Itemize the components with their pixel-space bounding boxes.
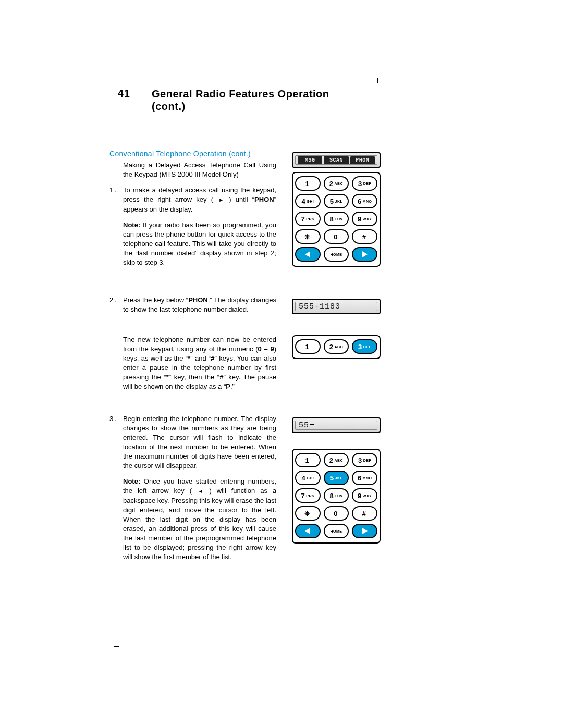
key-7: 7PRS xyxy=(295,212,321,226)
key-hash: # xyxy=(352,506,377,521)
key-0: 0 xyxy=(324,229,349,244)
page-header: 41 General Radio Features Operation (con… xyxy=(109,88,454,113)
key-8: 8TUV xyxy=(324,488,349,503)
figure-keypad-2: 555-1183 1 2ABC 3DEF xyxy=(292,295,381,359)
lcd-tab-phon: PHON xyxy=(350,156,375,164)
page-content: 41 General Radio Features Operation (con… xyxy=(109,88,454,583)
key-7: 7PRS xyxy=(295,488,321,503)
key-star: ✳ xyxy=(295,229,321,244)
key-star: ✳ xyxy=(295,506,321,521)
key-5: 5JKL xyxy=(324,194,349,208)
key-left-arrow xyxy=(295,247,321,262)
figure-keypad-3: 55 1 2ABC 3DEF 4GHI 5JKL 6MNO 7PRS 8TUV … xyxy=(292,414,381,544)
intro-text: Making a Delayed Access Telephone Call U… xyxy=(109,161,276,179)
key-4: 4GHI xyxy=(295,194,321,208)
step-3: 3. Begin entering the telephone number. … xyxy=(109,414,276,568)
lcd-tab-scan: SCAN xyxy=(324,156,348,164)
left-arrow-icon: ◄ xyxy=(198,488,203,494)
lcd-display-1: MSG SCAN PHON xyxy=(292,152,381,168)
step-number: 2. xyxy=(109,295,123,398)
crop-mark-icon xyxy=(114,641,119,647)
key-9: 9WXY xyxy=(352,212,377,226)
lcd-display-2: 555-1183 xyxy=(292,299,381,314)
key-hash: # xyxy=(352,229,377,244)
step-number: 3. xyxy=(109,414,123,568)
key-home: HOME xyxy=(324,247,349,262)
lcd-display-3: 55 xyxy=(292,417,381,433)
text-column: Conventional Telephone Operation (cont.)… xyxy=(109,149,276,280)
step-2: 2. Press the key below “PHON.” The displ… xyxy=(109,295,276,398)
sub-heading: Conventional Telephone Operation (cont.) xyxy=(109,149,276,158)
page-number: 41 xyxy=(109,88,141,113)
key-4: 4GHI xyxy=(295,471,321,485)
step-2-para-b: The new telephone number can now be ente… xyxy=(123,335,276,391)
cursor-icon xyxy=(310,424,314,425)
key-3: 3DEF xyxy=(352,453,377,467)
page-title: General Radio Features Operation (cont.) xyxy=(141,88,329,113)
step-1-para-a: To make a delayed access call using the … xyxy=(123,186,276,214)
keypad-outline: 1 2ABC 3DEF 4GHI 5JKL 6MNO 7PRS 8TUV 9WX… xyxy=(292,172,381,267)
step-1-note: Note: If your radio has been so programm… xyxy=(123,220,276,267)
key-1: 1 xyxy=(295,176,321,191)
key-2: 2ABC xyxy=(324,453,349,467)
key-3: 3DEF xyxy=(352,176,377,191)
key-left-arrow xyxy=(295,524,321,538)
key-right-arrow xyxy=(352,524,377,538)
crop-mark-icon xyxy=(377,78,378,83)
left-arrow-icon xyxy=(305,528,310,534)
right-arrow-icon xyxy=(362,251,368,257)
lcd-tab-msg: MSG xyxy=(298,156,322,164)
step-1: 1. To make a delayed access call using t… xyxy=(109,186,276,274)
title-line-1: General Radio Features Operation xyxy=(152,88,329,100)
title-line-2: (cont.) xyxy=(152,100,329,113)
key-1: 1 xyxy=(295,453,321,467)
key-8: 8TUV xyxy=(324,212,349,226)
key-2: 2ABC xyxy=(324,176,349,191)
figure-keypad-1: MSG SCAN PHON 1 2ABC 3DEF 4GHI 5JKL 6MNO xyxy=(292,149,381,267)
step-3-note: Note: Once you have started entering num… xyxy=(123,477,276,562)
left-arrow-icon xyxy=(305,251,310,257)
key-6: 6MNO xyxy=(352,471,377,485)
right-arrow-icon: ► xyxy=(218,197,224,203)
key-9: 9WXY xyxy=(352,488,377,503)
key-6: 6MNO xyxy=(352,194,377,208)
content: Conventional Telephone Operation (cont.)… xyxy=(109,149,454,574)
key-home: HOME xyxy=(324,524,349,538)
key-0: 0 xyxy=(324,506,349,521)
step-number: 1. xyxy=(109,186,123,274)
key-1: 1 xyxy=(295,339,321,354)
step-3-para-a: Begin entering the telephone number. The… xyxy=(123,414,276,471)
key-3: 3DEF xyxy=(352,339,377,354)
key-5: 5JKL xyxy=(324,471,349,485)
key-right-arrow xyxy=(352,247,377,262)
right-arrow-icon xyxy=(362,528,368,534)
key-2: 2ABC xyxy=(324,339,349,354)
step-2-para-a: Press the key below “PHON.” The display … xyxy=(123,295,276,314)
